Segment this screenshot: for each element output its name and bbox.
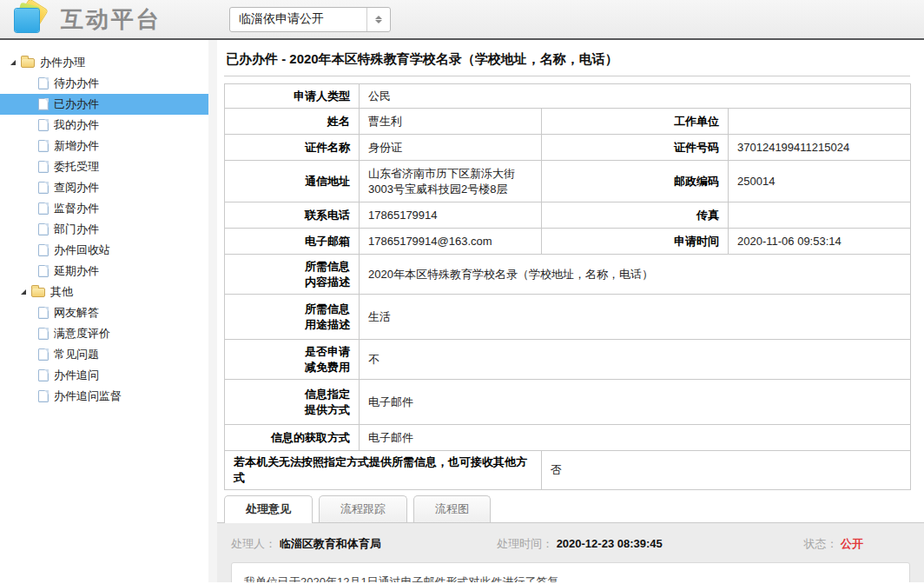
content-desc-value: 2020年本区特殊教育学校名录（学校地址，名称，电话） [360,255,911,295]
name-label: 姓名 [225,109,360,135]
sidebar-item-completed-items[interactable]: 已办办件 [0,94,208,115]
table-row: 若本机关无法按照指定方式提供所需信息，也可接收其他方式 否 [225,451,911,490]
postcode-label: 邮政编码 [542,161,729,202]
document-icon [38,348,49,361]
postcode-value: 250014 [729,161,911,202]
obtain-method-value: 电子邮件 [360,425,911,451]
tab-process-tracking[interactable]: 流程跟踪 [319,495,407,522]
alt-method-label: 若本机关无法按照指定方式提供所需信息，也可接收其他方式 [225,451,542,490]
cert-name-value: 身份证 [360,135,542,161]
tree-group-case-handling[interactable]: 办件办理 [0,52,208,73]
document-icon [38,98,49,110]
status-label: 状态： [803,537,837,550]
reply-text: 我单位已于2020年12月1日通过电子邮件形式对此件进行了答复。 [231,562,910,582]
sidebar-item-pending-items[interactable]: 待办办件 [0,73,208,94]
applicant-type-value: 公民 [360,84,911,109]
channel-select-value: 临淄依申请公开 [230,11,366,27]
document-icon [38,161,49,173]
table-row: 所需信息 内容描述 2020年本区特殊教育学校名录（学校地址，名称，电话） [225,255,911,295]
document-icon [38,223,49,236]
tree-group-label: 办件办理 [40,55,85,70]
sidebar-scrollbar-track[interactable] [208,40,217,582]
phone-value: 17865179914 [360,202,542,229]
table-row: 信息的获取方式 电子邮件 [225,425,911,451]
usage-desc-value: 生活 [360,295,911,340]
result-panel: 处理人： 临淄区教育和体育局 处理时间： 2020-12-23 08:39:45… [217,522,924,582]
tab-bar: 处理意见 流程跟踪 流程图 [224,495,924,522]
obtain-method-label: 信息的获取方式 [225,425,360,451]
fax-value [729,202,911,229]
sidebar-tree: 办件办理 待办办件 已办办件 我的办件 新增办件 委托受理 查阅办件 监督办件 [0,40,208,582]
document-icon [38,119,49,131]
name-value: 曹生利 [360,109,542,135]
tree-group-label: 其他 [50,284,73,300]
document-icon [38,140,49,152]
document-icon [38,307,49,319]
content-desc-label: 所需信息 内容描述 [225,255,360,295]
fax-label: 传真 [542,202,729,229]
cert-no-value: 370124199411215024 [729,135,911,161]
folder-icon [31,288,45,297]
tab-flowchart[interactable]: 流程图 [413,495,491,522]
phone-label: 联系电话 [225,202,360,229]
table-row: 电子邮箱 17865179914@163.com 申请时间 2020-11-06… [225,229,911,255]
sidebar-item-department-items[interactable]: 部门办件 [0,219,208,240]
provide-method-label: 信息指定 提供方式 [225,380,360,425]
result-meta-row: 处理人： 临淄区教育和体育局 处理时间： 2020-12-23 08:39:45… [217,523,924,555]
app-header: 互动平台 临淄依申请公开 [0,0,924,40]
email-value: 17865179914@163.com [360,229,542,255]
document-icon [38,244,49,256]
apply-time-value: 2020-11-06 09:53:14 [729,229,911,255]
sidebar-item-faq[interactable]: 常见问题 [0,344,208,365]
tree-group-other[interactable]: 其他 [0,282,208,302]
document-icon [38,202,49,215]
apply-time-label: 申请时间 [542,229,729,255]
status-badge: 公开 [841,537,863,550]
table-row: 姓名 曹生利 工作单位 [225,109,911,135]
alt-method-value: 否 [542,451,911,490]
tab-handling-opinion[interactable]: 处理意见 [224,495,313,523]
sidebar-item-recycle-bin[interactable]: 办件回收站 [0,240,208,261]
sidebar-item-follow-up-question[interactable]: 办件追问 [0,365,208,386]
table-row: 信息指定 提供方式 电子邮件 [225,380,911,425]
cert-name-label: 证件名称 [225,135,360,161]
folder-icon [21,58,35,68]
applicant-type-label: 申请人类型 [225,84,360,109]
document-icon [38,265,49,277]
handler-label: 处理人： [231,537,276,550]
sidebar-item-satisfaction-rating[interactable]: 满意度评价 [0,323,208,344]
sidebar-item-my-items[interactable]: 我的办件 [0,115,208,136]
table-row: 所需信息 用途描述 生活 [225,295,911,340]
provide-method-value: 电子邮件 [360,380,911,425]
email-label: 电子邮箱 [225,229,360,255]
table-row: 通信地址 山东省济南市历下区新泺大街3003号宝威科技园2号楼8层 邮政编码 2… [225,161,911,202]
sidebar-item-supervise-items[interactable]: 监督办件 [0,198,208,219]
table-row: 申请人类型 公民 [225,84,911,109]
table-row: 是否申请 减免费用 不 [225,340,911,380]
expand-arrow-icon[interactable] [21,289,26,295]
work-unit-label: 工作单位 [542,109,729,135]
handle-time-label: 处理时间： [497,537,553,550]
document-icon [38,77,49,90]
sidebar-item-netizen-answers[interactable]: 网友解答 [0,302,208,323]
sidebar-item-deferred-items[interactable]: 延期办件 [0,261,208,282]
app-logo-icon [10,2,50,36]
handler-value: 临淄区教育和体育局 [280,537,381,550]
fee-waiver-value: 不 [360,340,911,380]
document-icon [38,182,49,194]
sidebar-item-new-item[interactable]: 新增办件 [0,136,208,156]
channel-select[interactable]: 临淄依申请公开 [229,7,391,32]
expand-arrow-icon[interactable] [10,60,16,65]
document-icon [38,390,49,402]
handle-time-value: 2020-12-23 08:39:45 [557,537,663,550]
sidebar-item-follow-up-supervision[interactable]: 办件追问监督 [0,386,208,407]
table-row: 证件名称 身份证 证件号码 370124199411215024 [225,135,911,161]
page-title: 已办办件 - 2020年本区特殊教育学校名录（学校地址，名称，电话） [224,40,910,76]
sidebar-item-entrusted-acceptance[interactable]: 委托受理 [0,156,208,177]
document-icon [38,328,49,340]
select-arrows-icon[interactable] [366,8,390,31]
work-unit-value [729,109,911,135]
usage-desc-label: 所需信息 用途描述 [225,295,360,340]
table-row: 联系电话 17865179914 传真 [225,202,911,229]
sidebar-item-view-items[interactable]: 查阅办件 [0,177,208,198]
